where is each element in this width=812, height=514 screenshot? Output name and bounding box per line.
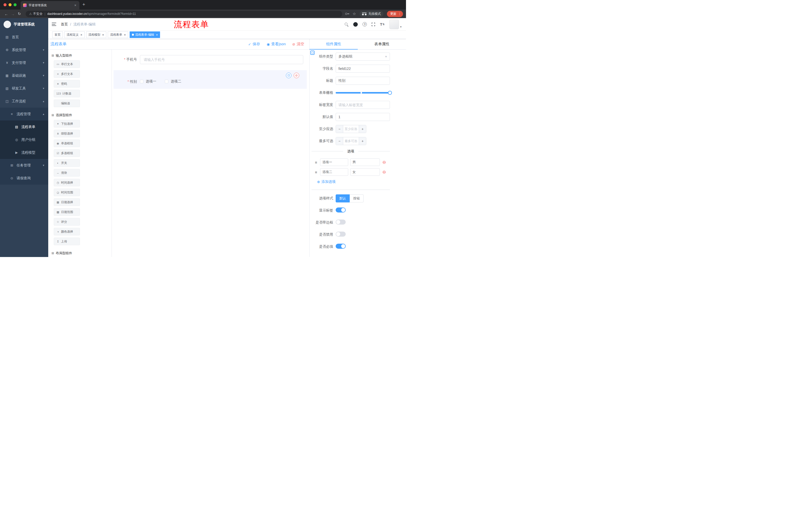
- password-key-icon[interactable]: [345, 12, 349, 15]
- component-item[interactable]: ◉ 单选框组: [54, 140, 80, 147]
- component-item[interactable]: ↔ 滑块: [54, 169, 80, 177]
- address-bar[interactable]: ⚠ 不安全 | dashboard.yudao.iocoder.cn /bpm/…: [26, 11, 342, 17]
- option-label-input[interactable]: [320, 158, 348, 166]
- sidebar-item[interactable]: ¥ 支付管理 ▾: [0, 56, 48, 69]
- drag-handle-icon[interactable]: ≡: [314, 170, 318, 174]
- form-grid-slider[interactable]: [336, 89, 390, 97]
- toggle-switch[interactable]: [336, 219, 346, 224]
- fullscreen-icon[interactable]: [372, 23, 375, 26]
- add-option-button[interactable]: ⊕ 添加选项: [317, 180, 336, 184]
- close-icon[interactable]: ×: [80, 33, 82, 37]
- view-tag[interactable]: 首页 ×: [52, 31, 63, 38]
- zoom-window-button[interactable]: [13, 3, 17, 6]
- avatar[interactable]: [389, 20, 399, 29]
- component-item[interactable]: ⋔ 级联选择: [54, 130, 80, 137]
- browser-menu-icon[interactable]: ⋮: [398, 12, 401, 16]
- gender-field-selected[interactable]: ⊡ ⊘ 性别: [114, 70, 307, 89]
- sidebar-item[interactable]: ⊞ 任务管理 ▾: [0, 159, 48, 172]
- default-value-input[interactable]: [336, 113, 390, 121]
- option-value-input[interactable]: [350, 158, 380, 166]
- component-item[interactable]: ▩ 日期范围: [54, 208, 80, 216]
- user-menu[interactable]: ▾: [389, 20, 402, 29]
- search-icon[interactable]: [344, 22, 348, 26]
- view-tag[interactable]: 流程表单-编辑 ×: [129, 31, 160, 38]
- minimize-window-button[interactable]: [8, 3, 11, 6]
- sidebar-item[interactable]: ▤ 首页: [0, 31, 48, 44]
- tab-close-icon[interactable]: ×: [74, 3, 77, 7]
- close-icon[interactable]: ×: [102, 33, 104, 37]
- sidebar-item[interactable]: ▤ 流程表单: [0, 120, 48, 133]
- toggle-switch[interactable]: [336, 244, 346, 249]
- decrease-icon[interactable]: −: [336, 125, 343, 133]
- field-name-input[interactable]: [336, 64, 390, 73]
- view-tag[interactable]: 流程定义 ×: [64, 31, 85, 38]
- max-select-placeholder[interactable]: 最多可选: [343, 137, 359, 145]
- save-button[interactable]: ✓ 保存: [248, 42, 260, 47]
- remove-option-icon[interactable]: ⊖: [382, 170, 386, 174]
- security-label[interactable]: 不安全: [33, 12, 43, 16]
- option-value-input[interactable]: [350, 168, 380, 176]
- tab-component-props[interactable]: 组件属性: [310, 39, 358, 49]
- sidebar-item[interactable]: ▦ 基础设施 ▾: [0, 69, 48, 82]
- reload-icon[interactable]: ↻: [16, 11, 23, 16]
- drag-handle-icon[interactable]: ≡: [314, 160, 318, 164]
- forward-icon[interactable]: →: [9, 12, 16, 16]
- toggle-switch[interactable]: [336, 208, 346, 213]
- sidebar-item[interactable]: ◫ 工作流程 ▴: [0, 95, 48, 108]
- remove-option-icon[interactable]: ⊖: [382, 160, 386, 164]
- increase-icon[interactable]: +: [359, 125, 366, 133]
- sidebar-item[interactable]: ⚙ 系统管理 ▾: [0, 44, 48, 56]
- clear-button[interactable]: ⊘ 清空: [292, 42, 304, 47]
- phone-input[interactable]: [140, 55, 303, 64]
- back-icon[interactable]: ←: [3, 12, 9, 16]
- bookmark-star-icon[interactable]: ☆: [353, 11, 356, 16]
- decrease-icon[interactable]: −: [336, 137, 343, 145]
- option-label-input[interactable]: [320, 168, 348, 176]
- font-size-icon[interactable]: T⇅: [380, 22, 385, 26]
- component-item[interactable]: ◑ 颜色选择: [54, 228, 80, 235]
- option-style-button[interactable]: 按钮: [350, 194, 364, 202]
- new-tab-button[interactable]: +: [82, 3, 85, 6]
- option-style-button[interactable]: 默认: [336, 194, 350, 202]
- component-item[interactable]: ◷ 时间选择: [54, 179, 80, 186]
- copy-field-icon[interactable]: ⊡: [286, 73, 291, 78]
- delete-field-icon[interactable]: ⊘: [294, 73, 299, 78]
- checkbox-option[interactable]: 选项一: [140, 79, 156, 84]
- component-item[interactable]: ∗ 密码: [54, 80, 80, 87]
- component-type-select[interactable]: 多选框组 ▼: [336, 53, 390, 61]
- close-icon[interactable]: ×: [124, 33, 126, 37]
- sidebar-item[interactable]: ≡ 流程管理 ▴: [0, 108, 48, 120]
- slider-track[interactable]: [336, 92, 390, 93]
- view-json-button[interactable]: ◉ 查看json: [267, 42, 286, 47]
- sidebar-item[interactable]: ▧ 研发工具 ▾: [0, 82, 48, 95]
- breadcrumb-home[interactable]: 首页: [61, 22, 68, 27]
- component-item[interactable]: ☆ 评分: [54, 218, 80, 225]
- checkbox-option[interactable]: 选项二: [165, 79, 181, 84]
- close-icon[interactable]: ×: [156, 33, 158, 37]
- component-item[interactable]: ≡ 多行文本: [54, 70, 80, 78]
- link-icon[interactable]: [310, 51, 315, 55]
- tab-form-props[interactable]: 表单属性: [358, 39, 406, 49]
- hamburger-icon[interactable]: [52, 23, 56, 26]
- help-icon[interactable]: ?: [362, 22, 367, 26]
- component-item[interactable]: 编辑器: [54, 100, 80, 107]
- component-item[interactable]: ▭ 单行文本: [54, 60, 80, 68]
- component-item[interactable]: ◐ 开关: [54, 159, 80, 167]
- phone-field[interactable]: 手机号: [114, 55, 303, 64]
- slider-handle[interactable]: [388, 91, 392, 95]
- title-input[interactable]: [336, 77, 390, 85]
- toggle-switch[interactable]: [336, 232, 346, 237]
- update-button[interactable]: 更新 ⋮: [387, 11, 403, 17]
- github-icon[interactable]: [353, 22, 358, 27]
- view-tag[interactable]: 流程表单 ×: [108, 31, 128, 38]
- component-item[interactable]: ▾ 下拉选择: [54, 120, 80, 128]
- sidebar-item[interactable]: ⊙ 请假查询: [0, 172, 48, 185]
- component-item[interactable]: ◶ 时间范围: [54, 189, 80, 196]
- sidebar-item[interactable]: ▶ 流程模型: [0, 146, 48, 159]
- component-item[interactable]: ▦ 日期选择: [54, 198, 80, 206]
- component-item[interactable]: ↥ 上传: [54, 238, 80, 245]
- view-tag[interactable]: 流程模型 ×: [86, 31, 107, 38]
- component-item[interactable]: 123 计数器: [54, 90, 80, 97]
- sidebar-item[interactable]: ◎ 用户分组: [0, 133, 48, 146]
- browser-tab[interactable]: 芋道管理系统 ×: [21, 1, 79, 9]
